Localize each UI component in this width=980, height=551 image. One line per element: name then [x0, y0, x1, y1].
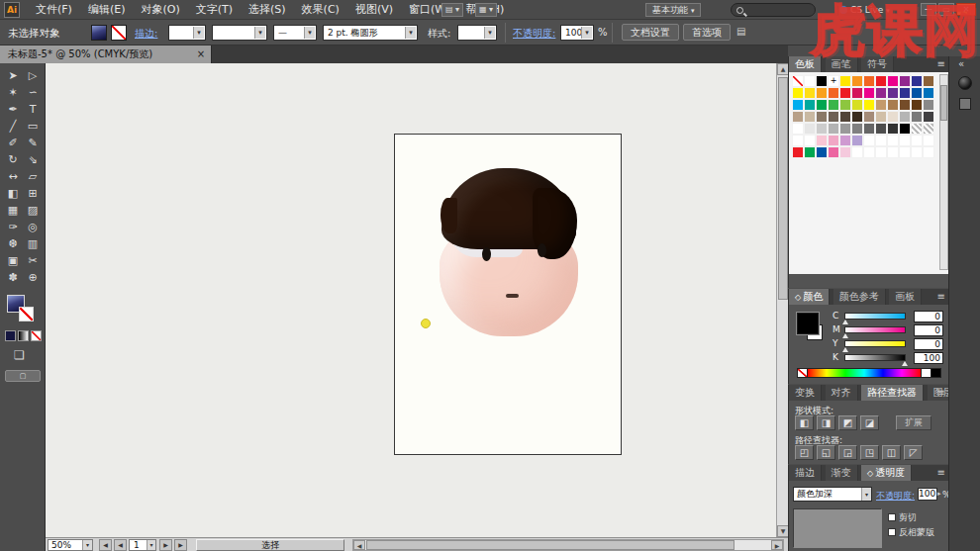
swatch[interactable] — [804, 123, 816, 135]
swatch[interactable] — [828, 123, 839, 135]
style-dropdown[interactable]: ▾ — [457, 25, 497, 41]
tab-transform[interactable]: 变换 — [789, 385, 822, 401]
swatch[interactable] — [839, 123, 851, 135]
symbol-sprayer-tool[interactable]: ❆ — [3, 235, 23, 252]
tab-stroke[interactable]: 描边 — [789, 465, 822, 481]
swatch[interactable] — [875, 111, 887, 123]
swatch[interactable] — [863, 146, 875, 158]
column-graph-tool[interactable]: ▥ — [23, 235, 43, 252]
last-artboard-button[interactable]: ▶ — [174, 539, 187, 551]
tab-pathfinder[interactable]: 路径查找器 — [861, 385, 924, 401]
swatch[interactable] — [816, 99, 828, 111]
swatch[interactable] — [899, 123, 911, 135]
swatch[interactable]: + — [828, 75, 839, 87]
cyan-value[interactable]: 0 — [914, 311, 943, 322]
crop-button[interactable]: ◳ — [860, 445, 879, 460]
swatch[interactable] — [839, 75, 851, 87]
scale-tool[interactable]: ⇘ — [23, 151, 43, 168]
swatch[interactable] — [863, 111, 875, 123]
swatch[interactable] — [899, 111, 911, 123]
swatch[interactable] — [828, 99, 839, 111]
menu-item[interactable]: 文件(F) — [28, 0, 80, 20]
swatch[interactable] — [816, 75, 828, 87]
control-panel-menu-icon[interactable]: ▤ — [736, 26, 745, 37]
swatch[interactable] — [863, 99, 875, 111]
bridge-button[interactable]: ▤ ▾ — [441, 3, 463, 17]
first-artboard-button[interactable]: ◀ — [99, 539, 112, 551]
swatches-scrollbar[interactable] — [939, 74, 948, 270]
swatch[interactable] — [923, 146, 934, 158]
direct-selection-tool[interactable]: ▷ — [23, 67, 43, 84]
status-tool-indicator[interactable]: 选择 — [196, 539, 344, 551]
minus-back-button[interactable]: ◸ — [904, 445, 923, 460]
swatch[interactable] — [851, 123, 863, 135]
gradient-tool[interactable]: ▨ — [23, 202, 43, 219]
previous-artboard-button[interactable]: ◀ — [114, 539, 127, 551]
swatch[interactable] — [816, 123, 828, 135]
swatch[interactable] — [887, 75, 899, 87]
swatch[interactable] — [839, 111, 851, 123]
left-eye-shape[interactable] — [482, 247, 491, 261]
dock-kuler-icon[interactable] — [958, 76, 972, 90]
expand-button[interactable]: 扩展 — [896, 415, 931, 430]
swatch[interactable] — [863, 75, 875, 87]
tab-brushes[interactable]: 画笔 — [826, 56, 858, 72]
slider-marker[interactable] — [902, 361, 908, 366]
zoom-tool[interactable]: ⊕ — [23, 269, 43, 286]
toolbar-stroke-swatch[interactable] — [19, 307, 34, 321]
checkbox-icon[interactable] — [888, 528, 896, 536]
perspective-grid-tool[interactable]: ⊞ — [23, 185, 43, 202]
swatches-scroll-thumb[interactable] — [940, 85, 947, 121]
slider-marker[interactable] — [842, 347, 848, 352]
eyedropper-tool[interactable]: ✑ — [3, 219, 23, 235]
swatch[interactable] — [887, 111, 899, 123]
divide-button[interactable]: ◰ — [795, 445, 814, 460]
swatch[interactable] — [804, 99, 816, 111]
mouth-shape[interactable] — [506, 294, 519, 298]
swatch[interactable] — [851, 111, 863, 123]
paintbrush-tool[interactable]: ✐ — [3, 135, 23, 151]
menu-item[interactable]: 编辑(E) — [80, 0, 134, 20]
canvas[interactable] — [46, 63, 776, 537]
swatch[interactable] — [923, 87, 934, 99]
lasso-tool[interactable]: ∽ — [23, 84, 43, 101]
swatch[interactable] — [875, 123, 887, 135]
swatch[interactable] — [899, 75, 911, 87]
scroll-left-icon[interactable]: ◀ — [353, 540, 365, 550]
stroke-weight-dropdown[interactable]: ▾ — [168, 25, 206, 41]
width-tool[interactable]: ↔ — [3, 168, 23, 185]
dock-panel-icon[interactable] — [959, 98, 971, 110]
type-tool[interactable]: T — [23, 101, 43, 118]
swatch[interactable] — [851, 135, 863, 146]
swatch[interactable] — [875, 99, 887, 111]
swatch[interactable] — [839, 99, 851, 111]
swatch[interactable] — [875, 146, 887, 158]
slider-marker[interactable] — [842, 333, 848, 338]
opacity-input[interactable]: 100▾ — [560, 25, 594, 41]
selection-tool[interactable]: ➤ — [3, 67, 23, 84]
swatch[interactable] — [816, 111, 828, 123]
preferences-button[interactable]: 首选项 — [683, 24, 731, 41]
swatch[interactable] — [911, 146, 923, 158]
app-logo-icon[interactable]: Ai — [4, 2, 20, 18]
swatch[interactable] — [828, 146, 839, 158]
vertical-scroll-thumb[interactable] — [778, 77, 788, 300]
document-setup-button[interactable]: 文档设置 — [622, 24, 679, 41]
swatch[interactable] — [804, 135, 816, 146]
restore-button[interactable]: ▭ — [938, 3, 954, 16]
yellow-dot-shape[interactable] — [421, 319, 431, 328]
color-fill-swatch[interactable] — [797, 313, 819, 334]
dock-expand-icon[interactable]: « — [958, 58, 964, 69]
swatch[interactable] — [792, 99, 804, 111]
swatch[interactable] — [851, 99, 863, 111]
tab-align[interactable]: 对齐 — [826, 385, 858, 401]
mesh-tool[interactable]: ▦ — [3, 202, 23, 219]
brush-definition-dropdown[interactable]: 2 pt. 椭圆形▾ — [323, 25, 418, 41]
free-transform-tool[interactable]: ▱ — [23, 168, 43, 185]
swatch[interactable] — [839, 135, 851, 146]
tab-color[interactable]: ◇颜色 — [789, 289, 830, 305]
spectrum-rainbow[interactable] — [808, 369, 921, 377]
pen-tool[interactable]: ✒ — [3, 101, 23, 118]
slice-tool[interactable]: ✂ — [23, 252, 43, 269]
swatch[interactable] — [887, 87, 899, 99]
